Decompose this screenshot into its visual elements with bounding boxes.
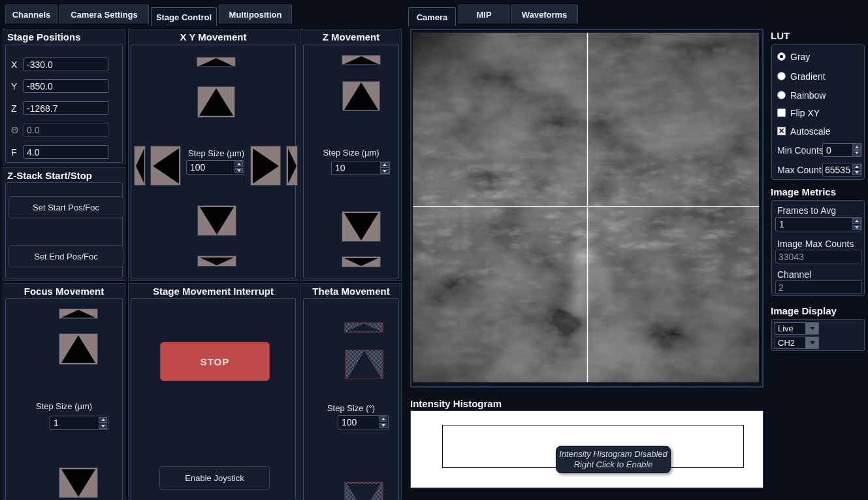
- z-down-small-button[interactable]: [342, 256, 381, 267]
- focus-position-field[interactable]: [24, 145, 108, 159]
- spin-down-button[interactable]: [852, 150, 861, 156]
- chevron-down-icon: [810, 327, 815, 330]
- tab-camera[interactable]: Camera: [408, 7, 456, 26]
- focus-down-large-button[interactable]: [59, 467, 98, 498]
- xy-right-large-button[interactable]: [250, 146, 281, 186]
- flip-xy-option[interactable]: Flip XY: [777, 108, 820, 118]
- z-position-field[interactable]: [24, 101, 108, 115]
- xy-right-small-button[interactable]: [286, 146, 298, 186]
- enable-joystick-button[interactable]: Enable Joystick: [159, 466, 270, 490]
- xy-up-small-button[interactable]: [197, 57, 236, 67]
- histogram-plot-area[interactable]: Intensity Histogram Disabled Right Click…: [442, 425, 744, 468]
- lut-option-rainbow[interactable]: Rainbow: [777, 90, 826, 100]
- focus-up-large-button[interactable]: [59, 333, 98, 365]
- tab-stage-control[interactable]: Stage Control: [151, 7, 217, 26]
- focus-up-small-button[interactable]: [59, 308, 98, 319]
- intensity-histogram-area[interactable]: Intensity Histogram Disabled Right Click…: [410, 410, 764, 488]
- down-arrow-icon: [200, 258, 234, 265]
- theta-step-label: Step Size (°): [304, 403, 398, 413]
- tab-mip[interactable]: MIP: [458, 5, 509, 24]
- axis-label-y: Y: [11, 81, 17, 92]
- max-counts-label: Max Counts: [777, 165, 826, 175]
- spin-down-button[interactable]: [852, 170, 861, 175]
- dropdown-arrow-button[interactable]: [806, 322, 819, 335]
- min-counts-label: Min Counts: [777, 145, 824, 156]
- lut-option-gradient[interactable]: Gradient: [777, 71, 826, 81]
- display-mode-combo[interactable]: Live: [775, 322, 819, 335]
- tab-camera-settings[interactable]: Camera Settings: [59, 5, 149, 24]
- stage-positions-panel: Stage Positions X Y Z Θ F: [3, 29, 125, 165]
- z-up-small-button[interactable]: [342, 55, 381, 65]
- set-end-pos-button[interactable]: Set End Pos/Foc: [8, 245, 123, 267]
- spin-down-button[interactable]: [99, 424, 107, 429]
- up-arrow-icon: [347, 351, 381, 378]
- spin-down-button[interactable]: [380, 169, 389, 175]
- spin-down-button[interactable]: [234, 168, 243, 174]
- xy-left-small-button[interactable]: [134, 146, 146, 186]
- xy-down-small-button[interactable]: [197, 256, 236, 267]
- spin-down-button[interactable]: [379, 423, 387, 429]
- spin-up-button[interactable]: [852, 164, 861, 169]
- set-start-pos-button[interactable]: Set Start Pos/Foc: [8, 196, 123, 218]
- spin-up-icon: [101, 418, 105, 421]
- xy-down-large-button[interactable]: [197, 205, 236, 236]
- focus-movement-panel: Focus Movement Step Size (µm) 1: [3, 283, 125, 500]
- autoscale-option[interactable]: Autoscale: [777, 126, 830, 136]
- spin-up-icon: [855, 220, 859, 222]
- theta-step-spinbox[interactable]: 100: [338, 415, 389, 429]
- lut-option-gray[interactable]: Gray: [777, 52, 810, 61]
- z-up-large-button[interactable]: [342, 81, 380, 111]
- max-counts-spinbox[interactable]: 65535: [822, 163, 862, 176]
- down-arrow-icon: [344, 258, 378, 266]
- radio-gray[interactable]: [777, 52, 786, 61]
- z-movement-panel: Z Movement Step Size (µm) 10: [300, 29, 402, 281]
- axis-label-f: F: [11, 147, 17, 158]
- xy-step-spinbox[interactable]: 100: [186, 160, 244, 175]
- spin-up-button[interactable]: [234, 161, 243, 167]
- spin-up-button[interactable]: [852, 218, 861, 224]
- flip-xy-checkbox[interactable]: [777, 108, 786, 117]
- axis-label-theta: Θ: [11, 125, 18, 135]
- stage-positions-title: Stage Positions: [7, 31, 81, 42]
- spin-up-button[interactable]: [380, 162, 389, 168]
- display-mode-value: Live: [775, 322, 806, 335]
- spin-up-button[interactable]: [99, 417, 107, 423]
- specimen-image[interactable]: [413, 33, 759, 382]
- min-counts-spinbox[interactable]: 0: [822, 143, 862, 157]
- spin-down-icon: [237, 169, 241, 172]
- tab-multiposition[interactable]: Multiposition: [219, 5, 292, 24]
- frames-to-avg-spinbox[interactable]: 1: [775, 217, 862, 231]
- z-step-spinbox[interactable]: 10: [331, 161, 390, 175]
- spin-down-button[interactable]: [852, 225, 861, 231]
- xy-up-large-button[interactable]: [197, 86, 235, 118]
- tab-channels[interactable]: Channels: [5, 5, 57, 24]
- spin-up-button[interactable]: [852, 144, 861, 150]
- z-movement-title: Z Movement: [301, 31, 401, 42]
- x-position-field[interactable]: [24, 58, 108, 71]
- image-display-groupbox: Live CH2: [771, 319, 865, 351]
- display-channel-combo[interactable]: CH2: [775, 337, 819, 349]
- stop-button[interactable]: STOP: [160, 342, 270, 381]
- display-channel-value: CH2: [775, 337, 806, 349]
- spin-down-icon: [855, 226, 859, 229]
- tab-waveforms[interactable]: Waveforms: [511, 5, 578, 24]
- spin-down-icon: [855, 171, 859, 174]
- spin-up-button[interactable]: [379, 416, 387, 422]
- up-arrow-icon: [61, 335, 95, 363]
- dropdown-arrow-button[interactable]: [806, 337, 819, 349]
- theta-position-field[interactable]: [24, 123, 108, 137]
- channel-label: Channel: [777, 269, 811, 280]
- spin-down-icon: [383, 170, 387, 173]
- channel-field: [775, 280, 862, 294]
- radio-gradient[interactable]: [777, 72, 786, 80]
- xy-movement-panel: X Y Movement Step Size (µm) 100: [128, 29, 298, 281]
- spin-up-icon: [855, 146, 859, 148]
- autoscale-checkbox[interactable]: [777, 127, 786, 135]
- stage-interrupt-title: Stage Movement Interrupt: [129, 286, 298, 297]
- focus-step-spinbox[interactable]: 1: [50, 416, 108, 430]
- radio-rainbow[interactable]: [777, 91, 786, 99]
- z-stack-title: Z-Stack Start/Stop: [7, 170, 92, 181]
- z-down-large-button[interactable]: [342, 211, 381, 242]
- lut-groupbox: Gray Gradient Rainbow Flip XY Autoscale …: [771, 44, 865, 180]
- y-position-field[interactable]: [24, 79, 108, 93]
